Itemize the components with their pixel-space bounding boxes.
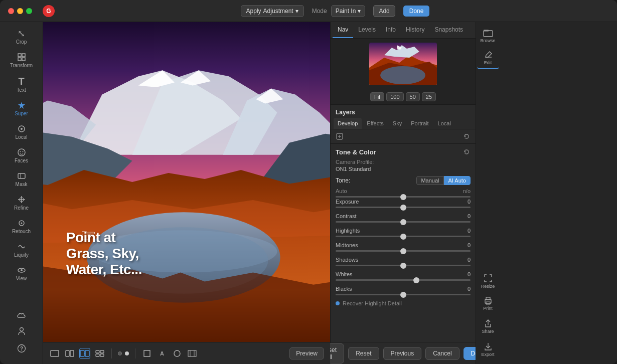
svg-rect-5 bbox=[22, 58, 25, 61]
blacks-value: 0 bbox=[468, 286, 471, 292]
zoom-25-button[interactable]: 25 bbox=[422, 92, 436, 101]
preview-controls: Fit 100 50 25 bbox=[331, 89, 476, 105]
mode-select[interactable]: Paint In ▾ bbox=[331, 5, 366, 17]
layers-tab-portrait[interactable]: Portrait bbox=[407, 118, 432, 129]
zoom-100-button[interactable]: 100 bbox=[386, 92, 403, 101]
circle-format-icon[interactable] bbox=[172, 348, 183, 359]
shadows-slider-row: Shadows 0 bbox=[336, 257, 471, 266]
right-content: Nav Levels Info History Snapshots bbox=[330, 22, 617, 364]
svg-text:A: A bbox=[160, 350, 164, 356]
export-icon bbox=[484, 342, 493, 351]
zoom-fit-button[interactable]: Fit bbox=[370, 92, 384, 101]
layers-tab-effects[interactable]: Effects bbox=[363, 118, 387, 129]
print-tool[interactable]: Print bbox=[477, 294, 499, 314]
highlights-thumb[interactable] bbox=[400, 234, 406, 240]
auto-slider bbox=[336, 196, 471, 198]
tone-mode-row: Tone: Manual AI Auto bbox=[336, 176, 471, 185]
tool-refine[interactable]: Refine bbox=[4, 192, 40, 214]
tool-transform[interactable]: Transform bbox=[4, 50, 40, 71]
nav-tab-levels[interactable]: Levels bbox=[353, 22, 381, 38]
blacks-thumb[interactable] bbox=[400, 292, 406, 298]
cloud-tool[interactable] bbox=[4, 309, 40, 322]
previous-button[interactable]: Previous bbox=[383, 347, 422, 360]
split-compare-icon[interactable] bbox=[79, 348, 90, 359]
svg-rect-46 bbox=[100, 354, 104, 356]
add-button[interactable]: Add bbox=[373, 5, 395, 17]
toolbar-separator-1 bbox=[111, 348, 112, 358]
svg-rect-37 bbox=[51, 350, 59, 356]
help-tool[interactable]: ? bbox=[4, 341, 40, 356]
tool-mask[interactable]: Mask bbox=[4, 168, 40, 190]
recover-dot bbox=[336, 301, 340, 305]
tool-liquify[interactable]: Liquify bbox=[4, 239, 40, 261]
edit-icon bbox=[484, 51, 492, 59]
grid-view-icon[interactable] bbox=[94, 348, 105, 359]
layers-tab-sky[interactable]: Sky bbox=[389, 118, 406, 129]
layer-add-icon[interactable] bbox=[336, 132, 344, 140]
tone-manual-button[interactable]: Manual bbox=[416, 176, 443, 185]
nav-tab-history[interactable]: History bbox=[401, 22, 429, 38]
svg-point-7 bbox=[21, 128, 23, 130]
tool-faces[interactable]: Faces bbox=[4, 145, 40, 166]
svg-point-8 bbox=[18, 149, 25, 156]
overlay-format-icon[interactable] bbox=[187, 348, 198, 359]
layers-tab-local[interactable]: Local bbox=[434, 118, 455, 129]
tool-text[interactable]: T Text bbox=[4, 73, 40, 96]
tool-super[interactable]: Super bbox=[4, 98, 40, 119]
blacks-label: Blacks bbox=[336, 286, 352, 292]
browse-tool[interactable]: Browse bbox=[477, 26, 499, 46]
apply-adjustment-button[interactable]: Apply Adjustment ▾ bbox=[241, 5, 304, 17]
zoom-50-button[interactable]: 50 bbox=[406, 92, 420, 101]
preview-button[interactable]: Preview bbox=[289, 347, 324, 359]
format-icons: A bbox=[141, 348, 198, 359]
share-tool[interactable]: Share bbox=[477, 316, 499, 337]
reset-button[interactable]: Reset bbox=[348, 347, 379, 360]
tool-crop[interactable]: ⤡ Crop bbox=[4, 26, 40, 48]
tone-reset-icon[interactable] bbox=[462, 148, 471, 156]
whites-slider-row: Whites 0 bbox=[336, 271, 471, 281]
canvas-image-container[interactable]: ☞ Point at Grass, Sky, Water, Etc... bbox=[43, 22, 330, 342]
text-format-icon[interactable]: A bbox=[157, 348, 168, 359]
person-tool[interactable] bbox=[4, 324, 40, 339]
tone-ai-auto-button[interactable]: AI Auto bbox=[444, 176, 471, 185]
midtones-thumb[interactable] bbox=[400, 248, 406, 254]
resize-tool[interactable]: Resize bbox=[477, 271, 499, 292]
tool-view[interactable]: View bbox=[4, 263, 40, 284]
camera-profile-value: ON1 Standard bbox=[336, 166, 471, 172]
contrast-value: 0 bbox=[468, 213, 471, 219]
tone-title: Tone & Color bbox=[336, 148, 376, 156]
auto-thumb[interactable] bbox=[400, 194, 406, 200]
minimize-button[interactable] bbox=[17, 8, 23, 14]
left-sidebar: ⤡ Crop Transform T Text Sup bbox=[0, 22, 43, 364]
exposure-thumb[interactable] bbox=[400, 205, 406, 211]
contrast-thumb[interactable] bbox=[400, 219, 406, 225]
preview-thumbnail bbox=[369, 43, 437, 85]
whites-thumb[interactable] bbox=[413, 277, 419, 283]
contrast-slider-row: Contrast 0 bbox=[336, 213, 471, 223]
midtones-value: 0 bbox=[468, 242, 471, 248]
done-header-button[interactable]: Done bbox=[403, 6, 430, 17]
tool-local[interactable]: Local bbox=[4, 121, 40, 143]
nav-tab-nav[interactable]: Nav bbox=[333, 22, 353, 38]
edit-tool[interactable]: Edit bbox=[477, 48, 499, 69]
crop-format-icon[interactable] bbox=[141, 348, 152, 359]
shadows-thumb[interactable] bbox=[400, 263, 406, 269]
export-tool[interactable]: Export bbox=[477, 339, 499, 360]
nav-tab-snapshots[interactable]: Snapshots bbox=[429, 22, 468, 38]
reset-all-button[interactable]: Reset All bbox=[330, 343, 344, 363]
title-bar: G Apply Adjustment ▾ Mode Paint In ▾ Add… bbox=[0, 0, 617, 22]
tool-retouch[interactable]: Retouch bbox=[4, 216, 40, 237]
layer-reset-icon[interactable] bbox=[462, 132, 471, 140]
svg-text:?: ? bbox=[20, 346, 23, 351]
split-view-icon[interactable] bbox=[64, 348, 75, 359]
auto-row: Auto n/o bbox=[336, 188, 471, 194]
svg-rect-11 bbox=[18, 173, 25, 178]
cancel-button[interactable]: Cancel bbox=[425, 347, 459, 360]
close-button[interactable] bbox=[8, 8, 14, 14]
tone-color-header: Tone & Color bbox=[336, 148, 471, 156]
layers-tab-develop[interactable]: Develop bbox=[334, 118, 362, 129]
mode-label: Mode bbox=[312, 8, 327, 15]
single-view-icon[interactable] bbox=[49, 348, 60, 359]
maximize-button[interactable] bbox=[26, 8, 32, 14]
nav-tab-info[interactable]: Info bbox=[381, 22, 401, 38]
